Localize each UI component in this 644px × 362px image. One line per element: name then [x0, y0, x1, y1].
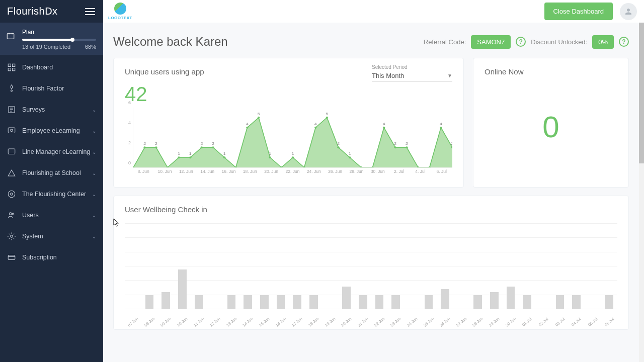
svg-point-17	[143, 146, 145, 148]
svg-text:1: 1	[349, 151, 351, 156]
svg-rect-15	[8, 255, 15, 260]
sidebar-item-label: System	[22, 233, 43, 240]
svg-text:4: 4	[383, 121, 385, 126]
nav-icon	[7, 147, 16, 156]
nav-icon	[7, 253, 16, 262]
chevron-down-icon: ⌄	[92, 128, 96, 134]
discount-value-pill[interactable]: 0%	[592, 35, 614, 49]
svg-text:5: 5	[258, 111, 260, 116]
referral-code-pill[interactable]: SAMON7	[471, 35, 511, 49]
plan-progress-bar	[22, 39, 96, 41]
nav-icon	[7, 63, 16, 72]
sidebar-item-flourishing-at-school[interactable]: Flourishing at School⌄	[0, 162, 103, 184]
bar	[523, 295, 531, 309]
bar	[293, 295, 301, 309]
svg-text:1: 1	[292, 151, 294, 156]
nav-icon	[7, 211, 16, 220]
svg-rect-3	[8, 68, 11, 71]
bar	[244, 295, 252, 309]
sidebar-item-employee-elearning[interactable]: Employee eLearning⌄	[0, 120, 103, 141]
dashboard-header: Welcome back Karen Referral Code: SAMON7…	[113, 35, 629, 49]
discount-help-icon[interactable]: ?	[619, 37, 629, 47]
hamburger-icon[interactable]	[85, 6, 95, 17]
svg-point-12	[10, 213, 12, 215]
svg-text:1: 1	[223, 151, 226, 156]
chevron-down-icon: ⌄	[92, 170, 96, 176]
sidebar-plan-widget[interactable]: Plan 13 of 19 Completed 68%	[0, 23, 103, 55]
chevron-down-icon: ⌄	[92, 234, 96, 239]
sidebar-item-system[interactable]: System⌄	[0, 226, 103, 247]
svg-point-5	[11, 90, 13, 92]
unique-users-value: 42	[125, 83, 452, 106]
period-label: Selected Period	[372, 64, 452, 70]
user-avatar[interactable]	[620, 3, 637, 20]
svg-text:2: 2	[212, 141, 214, 146]
period-selector[interactable]: Selected Period This Month ▼	[372, 64, 452, 82]
sidebar: Plan 13 of 19 Completed 68% DashboardFlo…	[0, 23, 103, 362]
sidebar-item-label: Flourishing at School	[22, 169, 81, 176]
main-content: Welcome back Karen Referral Code: SAMON7…	[103, 23, 639, 362]
period-value: This Month	[372, 72, 404, 79]
tenant-logo: LOGOTEXT	[108, 3, 132, 20]
bar	[441, 289, 449, 309]
sidebar-item-subscription[interactable]: Subscription	[0, 247, 103, 268]
svg-point-19	[155, 146, 157, 148]
nav-icon	[7, 84, 16, 93]
svg-point-28	[212, 146, 214, 148]
nav-icon	[7, 126, 16, 135]
online-now-value: 0	[485, 110, 617, 144]
svg-text:2: 2	[143, 141, 146, 146]
sidebar-item-label: Flourish Factor	[22, 85, 64, 92]
period-dropdown[interactable]: This Month ▼	[372, 70, 452, 82]
svg-text:1: 1	[189, 151, 192, 156]
referral-meta: Referral Code: SAMON7 ? Discount Unlocke…	[424, 35, 629, 49]
vertical-scrollbar[interactable]	[639, 23, 644, 362]
referral-help-icon[interactable]: ?	[516, 37, 526, 47]
sidebar-item-the-flourishing-center[interactable]: The Flourishing Center⌄	[0, 184, 103, 205]
svg-point-49	[349, 156, 351, 158]
svg-text:2: 2	[337, 141, 340, 146]
svg-text:4: 4	[246, 121, 249, 126]
bar	[195, 295, 203, 309]
sidebar-item-flourish-factor[interactable]: Flourish Factor	[0, 78, 103, 99]
sidebar-item-surveys[interactable]: Surveys⌄	[0, 99, 103, 120]
svg-text:4: 4	[314, 121, 317, 126]
chevron-down-icon: ⌄	[92, 213, 96, 218]
plan-percent-text: 68%	[85, 44, 96, 50]
svg-point-10	[8, 191, 15, 198]
nav-icon	[7, 190, 16, 199]
sidebar-item-label: The Flourishing Center	[22, 191, 86, 198]
user-icon	[624, 7, 633, 16]
svg-text:1: 1	[269, 151, 271, 156]
svg-text:5: 5	[326, 111, 328, 116]
sidebar-item-label: Line Manager eLearning	[22, 148, 91, 155]
svg-point-47	[337, 146, 339, 148]
bar	[277, 295, 285, 309]
bar	[260, 295, 269, 309]
close-dashboard-button[interactable]: Close Dashboard	[544, 3, 613, 20]
plan-label: Plan	[22, 29, 96, 36]
bar	[425, 295, 433, 309]
bar	[162, 292, 170, 309]
sidebar-item-users[interactable]: Users⌄	[0, 205, 103, 226]
plan-progress-text: 13 of 19 Completed	[22, 44, 70, 50]
bar	[309, 295, 318, 309]
sidebar-item-line-manager-elearning[interactable]: Line Manager eLearning⌄	[0, 141, 103, 162]
brand-text: FlourishDx	[7, 6, 58, 17]
chevron-down-icon: ▼	[447, 73, 452, 78]
sidebar-item-label: Employee eLearning	[22, 127, 80, 134]
bar	[145, 295, 154, 309]
svg-text:4: 4	[440, 121, 442, 126]
svg-point-13	[12, 213, 14, 215]
scrollbar-thumb[interactable]	[639, 23, 644, 163]
chevron-down-icon: ⌄	[92, 149, 96, 155]
sidebar-item-dashboard[interactable]: Dashboard	[0, 57, 103, 78]
svg-point-40	[292, 156, 294, 158]
plan-icon	[6, 32, 15, 43]
topbar: FlourishDx LOGOTEXT Close Dashboard	[0, 0, 644, 23]
sidebar-nav: DashboardFlourish FactorSurveys⌄Employee…	[0, 55, 103, 268]
svg-rect-9	[8, 149, 15, 154]
svg-point-30	[223, 156, 225, 158]
svg-text:2: 2	[200, 141, 203, 146]
svg-text:2: 2	[451, 141, 452, 146]
